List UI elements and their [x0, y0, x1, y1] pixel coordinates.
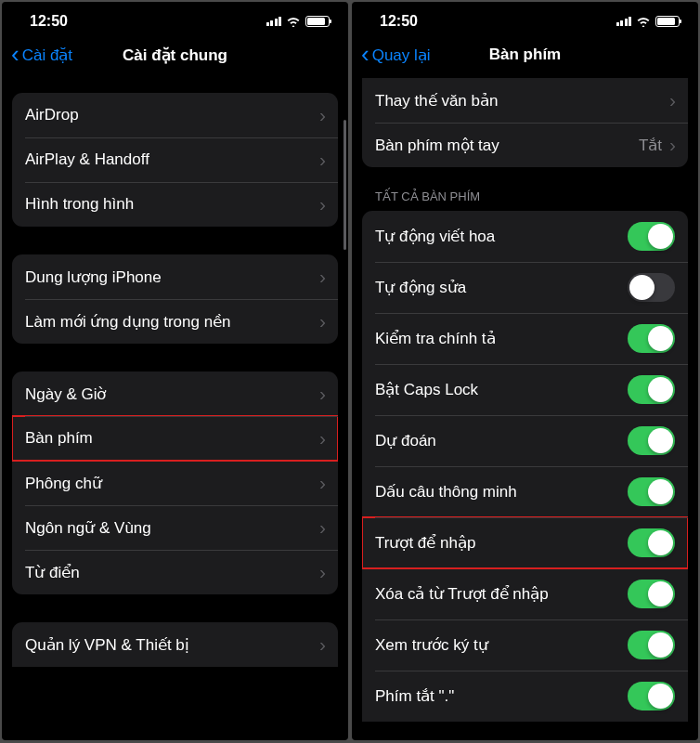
- row-label: Xóa cả từ Trượt để nhập: [375, 584, 549, 604]
- chevron-left-icon: ‹: [361, 42, 369, 66]
- toggle-knob: [648, 530, 673, 555]
- settings-row[interactable]: Tự động sửa: [362, 262, 688, 313]
- settings-group: Dung lượng iPhone›Làm mới ứng dụng trong…: [12, 254, 338, 344]
- settings-row[interactable]: Làm mới ứng dụng trong nền›: [12, 299, 338, 344]
- row-label: Dự đoán: [375, 431, 436, 450]
- settings-content: AirDrop›AirPlay & Handoff›Hình trong hìn…: [2, 78, 348, 740]
- toggle-switch[interactable]: [628, 528, 675, 557]
- row-label: Tự động viết hoa: [375, 227, 495, 246]
- row-label: Bàn phím: [25, 429, 93, 448]
- signal-icon: [266, 17, 282, 26]
- row-label: Thay thế văn bản: [375, 91, 498, 111]
- row-label: Bật Caps Lock: [375, 380, 478, 399]
- settings-row[interactable]: Dấu câu thông minh: [362, 466, 688, 517]
- chevron-right-icon: ›: [319, 310, 326, 332]
- settings-row[interactable]: Dung lượng iPhone›: [12, 254, 338, 299]
- row-label: Phím tắt ".": [375, 686, 454, 706]
- row-label: Bàn phím một tay: [375, 136, 499, 155]
- status-time: 12:50: [380, 13, 418, 30]
- toggle-knob: [648, 428, 673, 453]
- row-label: Phông chữ: [25, 474, 102, 493]
- back-button[interactable]: ‹ Cài đặt: [11, 45, 72, 66]
- row-label: Dung lượng iPhone: [25, 267, 162, 287]
- row-label: AirPlay & Handoff: [25, 150, 149, 169]
- settings-row[interactable]: Phím tắt ".": [362, 671, 688, 722]
- row-label: Ngày & Giờ: [25, 385, 106, 404]
- settings-row[interactable]: Ngày & Giờ›: [12, 372, 338, 416]
- settings-row[interactable]: Từ điển›: [12, 550, 338, 594]
- toggle-switch[interactable]: [628, 375, 675, 404]
- toggle-switch[interactable]: [628, 222, 675, 251]
- settings-row[interactable]: Tự động viết hoa: [362, 211, 688, 262]
- settings-row[interactable]: Bàn phím›: [12, 416, 338, 461]
- settings-row[interactable]: Ngôn ngữ & Vùng›: [12, 505, 338, 550]
- row-value: Tắt: [639, 136, 662, 155]
- settings-row[interactable]: Dự đoán: [362, 415, 688, 466]
- settings-row[interactable]: AirDrop›: [12, 93, 338, 137]
- wifi-icon: [286, 16, 301, 27]
- toggle-knob: [648, 326, 673, 351]
- settings-row[interactable]: Thay thế văn bản›: [362, 78, 688, 123]
- chevron-right-icon: ›: [319, 104, 326, 126]
- chevron-right-icon: ›: [319, 149, 326, 171]
- status-bar: 12:50: [2, 2, 348, 37]
- settings-row[interactable]: Xem trước ký tự: [362, 619, 688, 671]
- toggle-knob: [648, 479, 673, 504]
- settings-row[interactable]: Quản lý VPN & Thiết bị›: [12, 622, 338, 667]
- settings-row[interactable]: Trượt để nhập: [362, 517, 688, 568]
- chevron-right-icon: ›: [319, 193, 326, 215]
- row-label: Hình trong hình: [25, 195, 134, 214]
- toggle-switch[interactable]: [628, 477, 675, 506]
- toggle-knob: [648, 632, 673, 658]
- settings-row[interactable]: Bàn phím một tayTắt›: [362, 123, 688, 167]
- battery-icon: [655, 16, 680, 27]
- settings-group: Quản lý VPN & Thiết bị›: [12, 622, 338, 667]
- toggle-knob: [648, 684, 673, 709]
- nav-bar: ‹ Quay lại Bàn phím: [352, 37, 698, 78]
- keyboard-settings-content: Thay thế văn bản›Bàn phím một tayTắt›Tất…: [352, 78, 698, 740]
- toggle-switch[interactable]: [628, 580, 675, 608]
- battery-icon: [305, 16, 330, 27]
- signal-icon: [616, 17, 632, 26]
- status-icons: [266, 16, 331, 27]
- toggle-knob: [648, 224, 673, 249]
- toggle-switch[interactable]: [628, 631, 675, 659]
- section-header: Tất cả bàn phím: [362, 189, 688, 211]
- toggle-knob: [629, 275, 655, 300]
- status-time: 12:50: [30, 13, 68, 30]
- chevron-right-icon: ›: [669, 89, 676, 111]
- chevron-right-icon: ›: [319, 383, 326, 405]
- toggle-switch[interactable]: [628, 324, 675, 353]
- chevron-right-icon: ›: [319, 266, 326, 288]
- row-label: Làm mới ứng dụng trong nền: [25, 312, 231, 332]
- row-label: Trượt để nhập: [375, 533, 475, 553]
- chevron-left-icon: ‹: [11, 42, 19, 66]
- settings-row[interactable]: Hình trong hình›: [12, 182, 338, 227]
- chevron-right-icon: ›: [319, 516, 326, 539]
- chevron-right-icon: ›: [319, 472, 326, 494]
- settings-row[interactable]: Kiểm tra chính tả: [362, 313, 688, 364]
- back-label: Quay lại: [372, 46, 431, 65]
- row-label: Quản lý VPN & Thiết bị: [25, 635, 189, 655]
- status-bar: 12:50: [352, 2, 698, 37]
- toggle-switch[interactable]: [628, 426, 675, 455]
- settings-row[interactable]: Xóa cả từ Trượt để nhập: [362, 568, 688, 619]
- back-button[interactable]: ‹ Quay lại: [361, 45, 431, 66]
- phone-left: 12:50 ‹ Cài đặt Cài đặt chung AirDrop›Ai…: [2, 2, 348, 740]
- toggle-knob: [648, 581, 673, 606]
- back-label: Cài đặt: [22, 46, 72, 65]
- row-label: Tự động sửa: [375, 278, 466, 297]
- settings-row[interactable]: Bật Caps Lock: [362, 364, 688, 415]
- settings-row[interactable]: AirPlay & Handoff›: [12, 137, 338, 182]
- toggle-switch[interactable]: [628, 682, 675, 710]
- settings-group: Tự động viết hoaTự động sửaKiểm tra chín…: [362, 211, 688, 722]
- row-label: AirDrop: [25, 106, 79, 124]
- row-label: Kiểm tra chính tả: [375, 329, 496, 348]
- wifi-icon: [636, 16, 651, 27]
- settings-row[interactable]: Phông chữ›: [12, 461, 338, 505]
- row-label: Từ điển: [25, 563, 80, 582]
- scroll-indicator[interactable]: [344, 120, 346, 250]
- chevron-right-icon: ›: [319, 561, 326, 583]
- chevron-right-icon: ›: [669, 134, 676, 156]
- toggle-switch[interactable]: [628, 273, 675, 302]
